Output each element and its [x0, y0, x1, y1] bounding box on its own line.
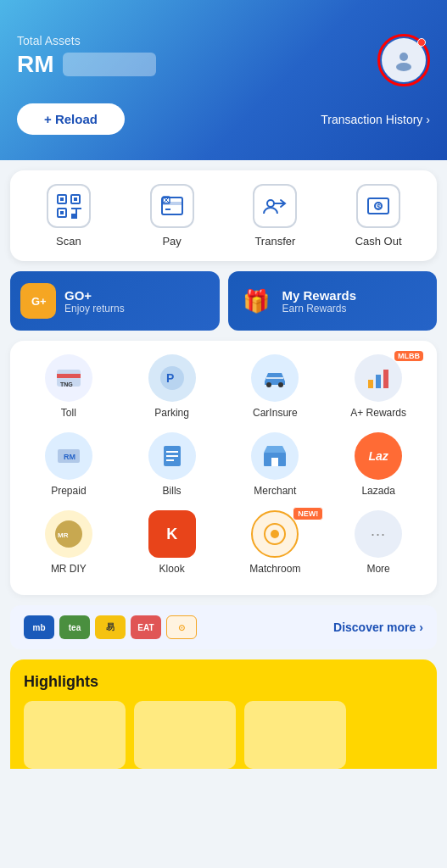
mlbb-badge: MLBB: [394, 351, 423, 361]
grid-item-mr-diy[interactable]: MR MR DIY: [17, 510, 120, 575]
discover-more-label: Discover more: [333, 620, 416, 634]
grid-item-more[interactable]: ··· More: [327, 510, 430, 575]
discover-more-banner[interactable]: mb tea 易 EAT ⊙ Discover more ›: [10, 605, 437, 649]
svg-text:MR: MR: [58, 531, 69, 539]
highlight-card-3[interactable]: [244, 701, 346, 769]
transaction-history-arrow: ›: [426, 113, 430, 126]
pay-icon: [150, 184, 194, 228]
discover-icon-1: mb: [24, 615, 54, 639]
pay-action[interactable]: Pay: [120, 184, 224, 248]
bills-label: Bills: [163, 485, 182, 497]
discover-icons-row: mb tea 易 EAT ⊙: [24, 615, 197, 639]
quick-actions-panel: Scan Pay Transfer: [10, 170, 437, 261]
go-plus-subtitle: Enjoy returns: [64, 303, 125, 314]
svg-rect-7: [71, 214, 76, 219]
grid-item-bills[interactable]: Bills: [120, 432, 224, 497]
svg-text:$: $: [377, 203, 381, 211]
scan-action[interactable]: Scan: [17, 184, 120, 248]
scan-icon: [47, 184, 91, 228]
svg-rect-25: [57, 374, 81, 378]
transfer-action[interactable]: Transfer: [224, 184, 327, 248]
header-top: Total Assets RM: [17, 34, 430, 86]
total-assets-value: RM: [17, 51, 156, 78]
carinsure-label: CarInsure: [253, 407, 298, 419]
grid-item-carinsure[interactable]: CarInsure: [224, 354, 327, 419]
svg-rect-32: [376, 375, 381, 388]
lazada-icon: Laz: [355, 432, 402, 480]
go-plus-text: GO+ Enjoy returns: [64, 288, 125, 314]
discover-icon-5: ⊙: [166, 615, 197, 639]
prepaid-label: Prepaid: [51, 485, 86, 497]
total-assets-label: Total Assets: [17, 34, 156, 47]
grid-item-matchroom[interactable]: NEW! Matchroom: [224, 510, 327, 575]
svg-rect-33: [383, 370, 388, 388]
discover-icon-4: EAT: [131, 615, 161, 639]
mr-diy-label: MR DIY: [51, 563, 87, 575]
svg-point-45: [271, 530, 279, 538]
transaction-history-link[interactable]: Transaction History ›: [321, 113, 430, 126]
prepaid-icon: RM: [45, 432, 92, 480]
person-icon: [392, 48, 416, 72]
notification-dot: [417, 38, 426, 47]
cashout-action[interactable]: $ Cash Out: [327, 184, 430, 248]
grid-item-klook[interactable]: K Klook: [120, 510, 224, 575]
merchant-icon: [251, 432, 299, 480]
transfer-label: Transfer: [254, 235, 295, 248]
grid-item-merchant[interactable]: Merchant: [224, 432, 327, 497]
discover-more-arrow: ›: [419, 620, 423, 634]
toll-icon: TNG: [45, 354, 92, 402]
klook-label: Klook: [159, 563, 185, 575]
svg-point-17: [267, 200, 274, 207]
discover-icon-2: tea: [59, 615, 90, 639]
grid-item-toll[interactable]: TNG Toll: [17, 354, 120, 419]
merchant-label: Merchant: [254, 485, 296, 497]
a-rewards-label: A+ Rewards: [350, 407, 406, 419]
cashout-label: Cash Out: [355, 235, 402, 248]
highlight-card-1[interactable]: [24, 701, 126, 769]
matchroom-icon: [251, 510, 299, 558]
svg-rect-41: [271, 458, 278, 466]
svg-text:P: P: [166, 371, 174, 385]
action-row: + Reload Transaction History ›: [17, 103, 430, 135]
toll-label: Toll: [61, 407, 76, 419]
grid-item-prepaid[interactable]: RM Prepaid: [17, 432, 120, 497]
bills-icon: [148, 432, 196, 480]
discover-more-text[interactable]: Discover more ›: [333, 620, 423, 634]
transfer-icon: [253, 184, 297, 228]
pay-label: Pay: [162, 235, 181, 248]
svg-point-1: [396, 63, 411, 71]
new-badge: NEW!: [293, 507, 323, 520]
my-rewards-text: My Rewards Earn Rewards: [282, 288, 357, 314]
grid-item-lazada[interactable]: Laz Lazada: [327, 432, 430, 497]
go-plus-icon: G+: [20, 283, 56, 319]
grid-item-a-rewards[interactable]: MLBB A+ Rewards: [327, 354, 430, 419]
svg-rect-9: [74, 198, 77, 201]
my-rewards-card[interactable]: 🎁 My Rewards Earn Rewards: [228, 271, 438, 331]
promo-row: G+ GO+ Enjoy returns 🎁 My Rewards Earn R…: [10, 271, 437, 331]
grid-row-2: RM Prepaid Bills Merchant Laz Lazada: [17, 432, 430, 497]
grid-item-parking[interactable]: P Parking: [120, 354, 224, 419]
mr-diy-icon: MR: [45, 510, 92, 558]
svg-point-30: [278, 382, 283, 387]
parking-icon: P: [148, 354, 196, 402]
reload-button[interactable]: + Reload: [17, 103, 125, 135]
a-rewards-icon: [355, 354, 402, 402]
more-icon: ···: [355, 510, 402, 558]
grid-row-3: MR MR DIY K Klook NEW! Matchroom ··· Mor…: [17, 510, 430, 575]
highlights-cards: [24, 701, 423, 769]
go-plus-card[interactable]: G+ GO+ Enjoy returns: [10, 271, 220, 331]
amount-hidden: [63, 53, 156, 76]
my-rewards-title: My Rewards: [282, 288, 357, 303]
highlights-section: Highlights: [10, 659, 437, 769]
lazada-label: Lazada: [361, 485, 394, 497]
highlight-card-2[interactable]: [134, 701, 236, 769]
cashout-icon: $: [356, 184, 400, 228]
avatar-wrapper[interactable]: [377, 34, 430, 86]
svg-point-0: [400, 53, 408, 61]
carinsure-icon: [251, 354, 299, 402]
my-rewards-subtitle: Earn Rewards: [282, 303, 357, 314]
assets-info: Total Assets RM: [17, 34, 156, 78]
svg-rect-11: [162, 198, 182, 214]
parking-label: Parking: [154, 407, 189, 419]
svg-text:G+: G+: [31, 295, 47, 308]
